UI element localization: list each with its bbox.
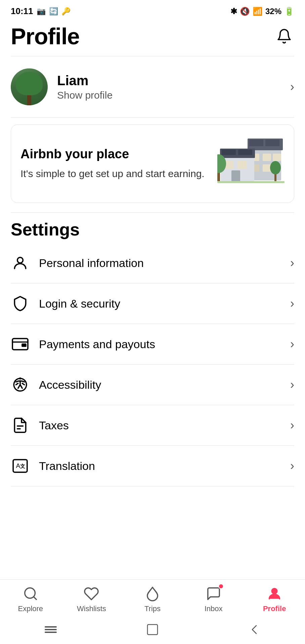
settings-item-payments[interactable]: Payments and payouts › <box>11 324 294 365</box>
accessibility-icon <box>11 375 30 394</box>
settings-item-taxes[interactable]: Taxes › <box>11 405 294 446</box>
svg-rect-36 <box>45 629 57 630</box>
tab-profile-label: Profile <box>263 604 286 613</box>
settings-item-login-security[interactable]: Login & security › <box>11 283 294 324</box>
promo-subtitle: It's simple to get set up and start earn… <box>20 167 205 181</box>
svg-line-33 <box>34 597 36 599</box>
settings-label-payments: Payments and payouts <box>39 338 155 351</box>
settings-label-login-security: Login & security <box>39 297 120 310</box>
tab-inbox-label: Inbox <box>205 604 223 613</box>
svg-rect-15 <box>231 170 240 182</box>
settings-section: Settings Personal information › Login & … <box>0 213 305 486</box>
svg-rect-5 <box>263 154 271 161</box>
svg-rect-37 <box>45 632 57 633</box>
page-title: Profile <box>11 23 80 49</box>
svg-rect-6 <box>273 154 281 161</box>
bell-icon <box>276 28 292 44</box>
tab-wishlists-label: Wishlists <box>77 604 106 613</box>
svg-rect-12 <box>238 150 252 155</box>
settings-item-translation[interactable]: A 文 Translation › <box>11 446 294 486</box>
svg-rect-16 <box>217 181 285 183</box>
tab-explore[interactable]: Explore <box>0 585 61 613</box>
status-icons: ✱ 🔇 📶 32% 🔋 <box>230 7 294 16</box>
svg-rect-8 <box>263 164 271 172</box>
settings-title: Settings <box>11 219 294 239</box>
svg-point-20 <box>270 161 281 174</box>
tab-inbox[interactable]: Inbox <box>183 585 244 613</box>
tab-wishlists[interactable]: Wishlists <box>61 585 122 613</box>
notifications-button[interactable] <box>274 26 294 46</box>
svg-rect-23 <box>21 343 27 347</box>
status-time: 10:11 📷 🔄 🔑 <box>11 6 71 16</box>
svg-text:A: A <box>16 462 20 469</box>
android-nav-bar <box>0 616 305 644</box>
profile-name: Liam <box>57 73 113 88</box>
android-menu-button[interactable] <box>42 621 59 638</box>
svg-rect-2 <box>249 140 263 146</box>
android-back-button[interactable] <box>246 621 263 638</box>
chevron-personal-icon: › <box>290 256 294 270</box>
trips-icon <box>145 586 160 601</box>
tab-trips-label: Trips <box>144 604 161 613</box>
settings-label-translation: Translation <box>39 460 95 473</box>
promo-card[interactable]: Airbnb your place It's simple to get set… <box>11 124 294 203</box>
svg-rect-14 <box>237 161 247 169</box>
profile-row[interactable]: Liam Show profile › <box>0 56 305 117</box>
promo-title: Airbnb your place <box>20 147 205 162</box>
profile-divider <box>11 117 294 118</box>
settings-item-personal-information[interactable]: Personal information › <box>11 243 294 283</box>
chevron-accessibility-icon: › <box>290 378 294 392</box>
status-bar: 10:11 📷 🔄 🔑 ✱ 🔇 📶 32% 🔋 <box>0 0 305 20</box>
svg-point-34 <box>272 589 277 594</box>
translation-icon: A 文 <box>11 457 30 475</box>
settings-label-accessibility: Accessibility <box>39 378 101 391</box>
svg-rect-11 <box>222 150 236 155</box>
svg-rect-38 <box>147 625 158 635</box>
chevron-login-icon: › <box>290 297 294 311</box>
settings-label-personal-information: Personal information <box>39 257 144 270</box>
chevron-translation-icon: › <box>290 459 294 473</box>
explore-icon <box>23 586 38 601</box>
heart-icon <box>84 586 99 601</box>
inbox-notification-dot <box>218 584 224 589</box>
settings-label-taxes: Taxes <box>39 419 69 432</box>
tab-trips[interactable]: Trips <box>122 585 183 613</box>
android-home-button[interactable] <box>144 621 161 638</box>
svg-text:文: 文 <box>20 463 25 469</box>
chevron-payments-icon: › <box>290 337 294 351</box>
tab-profile[interactable]: Profile <box>244 585 305 613</box>
avatar <box>11 68 48 105</box>
svg-rect-35 <box>45 626 57 628</box>
profile-sub: Show profile <box>57 90 113 101</box>
person-icon <box>11 254 30 272</box>
house-illustration <box>217 137 285 191</box>
svg-point-21 <box>17 257 23 263</box>
wallet-icon <box>11 335 30 354</box>
profile-nav-icon <box>267 586 282 601</box>
page-header: Profile <box>0 20 305 56</box>
document-icon <box>11 416 30 435</box>
chevron-taxes-icon: › <box>290 418 294 432</box>
tab-explore-label: Explore <box>18 604 43 613</box>
shield-icon <box>11 294 30 313</box>
svg-rect-3 <box>265 140 279 146</box>
bottom-navigation: Explore Wishlists Trips <box>0 579 305 644</box>
settings-item-accessibility[interactable]: Accessibility › <box>11 365 294 405</box>
profile-chevron-icon: › <box>290 80 294 94</box>
